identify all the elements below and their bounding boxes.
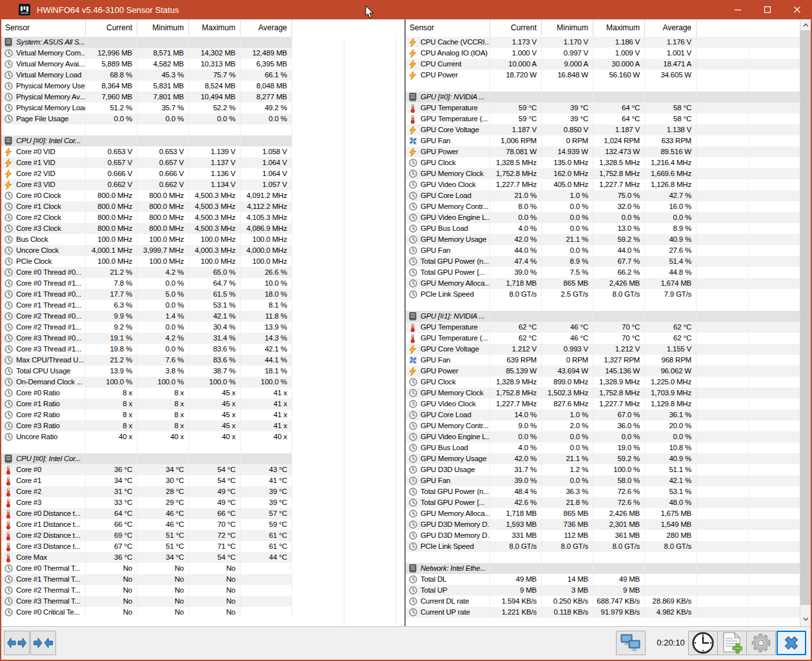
sensor-row[interactable]: Core #0 Clock800.0 MHz800.0 MHz4,500.3 M…	[1, 190, 292, 201]
sensor-row[interactable]: Core #1 Thread #1...6.3 %0.0 %53.1 %8.1 …	[1, 300, 292, 311]
sensor-row[interactable]: Core #2 Thread #0...9.9 %1.4 %42.1 %11.8…	[1, 311, 292, 322]
sensor-row[interactable]: Max CPU/Thread U...21.2 %7.6 %83.6 %44.1…	[1, 355, 292, 366]
column-header-maximum[interactable]: Maximum	[189, 19, 241, 37]
section-header-row[interactable]: GPU [#1]: NVIDIA ...	[406, 311, 800, 322]
sensor-row[interactable]: Page File Usage0.0 %0.0 %0.0 %0.0 %	[1, 113, 292, 124]
sensor-row[interactable]: Core #3 Thread #1...19.8 %0.0 %83.6 %42.…	[1, 344, 292, 355]
sensor-row[interactable]: Core #036 °C34 °C54 °C43 °C	[1, 464, 292, 475]
sensor-row[interactable]: GPU Core Load14.0 %1.0 %67.0 %36.1 %	[406, 409, 800, 420]
sensor-row[interactable]: Core #0 Thermal T...NoNoNo	[1, 563, 292, 574]
sensor-row[interactable]: Core #3 Thread #0...19.1 %4.2 %31.4 %14.…	[1, 333, 292, 344]
sensor-row[interactable]: Core #0 Ratio8 x8 x45 x41 x	[1, 388, 292, 399]
sensor-row[interactable]: GPU Clock1,328.9 MHz899.0 MHz1,328.9 MHz…	[406, 377, 800, 388]
sensor-row[interactable]: Core #2 Distance t...69 °C51 °C72 °C61 °…	[1, 530, 292, 541]
sensor-row[interactable]: GPU Bus Load4.0 %0.0 %19.0 %10.8 %	[406, 442, 800, 453]
sensor-row[interactable]: Core #1 Distance t...66 °C46 °C70 °C59 °…	[1, 519, 292, 530]
sensor-row[interactable]: Total GPU Power [...42.6 %21.8 %72.6 %48…	[406, 497, 800, 508]
sensor-row[interactable]: Total GPU Power [...39.0 %7.5 %66.2 %44.…	[406, 267, 800, 278]
sensor-row[interactable]: Core #2 Thread #1...9.2 %0.0 %30.4 %13.9…	[1, 322, 292, 333]
sensor-row[interactable]: GPU Memory Alloca...1,718 MB865 MB2,426 …	[406, 508, 800, 519]
sensor-row[interactable]: Core #231 °C28 °C49 °C39 °C	[1, 486, 292, 497]
sensor-row[interactable]: GPU Video Clock1,227.7 MHz827.6 MHz1,227…	[406, 399, 800, 409]
maximize-button[interactable]	[753, 0, 782, 19]
sensor-row[interactable]: Physical Memory Load51.2 %35.7 %52.2 %49…	[1, 103, 292, 113]
minimize-button[interactable]	[723, 0, 753, 19]
scroll-down-arrow[interactable]	[800, 613, 811, 624]
sensor-row[interactable]: GPU Memory Contr...8.0 %0.0 %32.0 %16.0 …	[406, 201, 800, 212]
sensor-row[interactable]: GPU Video Clock1,227.7 MHz405.0 MHz1,227…	[406, 179, 800, 190]
sensor-row[interactable]: Physical Memory Used8,364 MB5,831 MB8,52…	[1, 81, 292, 92]
section-header-row[interactable]: System: ASUS All S...	[1, 37, 292, 48]
expand-columns-button[interactable]	[4, 631, 30, 655]
sensor-row[interactable]: GPU Core Voltage1.187 V0.850 V1.187 V1.1…	[406, 124, 800, 135]
sensor-row[interactable]: CPU Power18.720 W16.848 W56.160 W34.605 …	[406, 70, 800, 81]
sensor-row[interactable]: Core #3 VID0.662 V0.662 V1.134 V1.057 V	[1, 179, 292, 190]
sensor-row[interactable]: Bus Clock100.0 MHz100.0 MHz100.0 MHz100.…	[1, 234, 292, 245]
sensor-row[interactable]: Total DL49 MB14 MB49 MB	[406, 574, 800, 585]
report-button[interactable]	[717, 631, 747, 655]
sensor-row[interactable]: Total GPU Power (n...48.4 %36.3 %72.6 %5…	[406, 486, 800, 497]
sensor-row[interactable]: GPU Memory Contr...9.0 %2.0 %36.0 %20.0 …	[406, 420, 800, 431]
panel-divider[interactable]	[404, 19, 406, 626]
column-header-average[interactable]: Average	[241, 19, 292, 37]
sensor-row[interactable]: GPU Memory Clock1,752.8 MHz1,502.3 MHz1,…	[406, 388, 800, 399]
scrollbar-thumb[interactable]	[800, 30, 811, 605]
sensor-row[interactable]: Virtual Memory Avai...5,889 MB4,582 MB10…	[1, 59, 292, 70]
section-header-row[interactable]: CPU [#0]: Intel Cor...	[1, 453, 292, 464]
sensor-row[interactable]: Current UP rate1.221 KB/s0.118 KB/s91.97…	[406, 607, 800, 618]
close-sensors-button[interactable]	[777, 631, 806, 655]
sensor-row[interactable]: GPU Temperature (...62 °C46 °C70 °C62 °C	[406, 333, 800, 344]
sensor-row[interactable]: GPU Fan44.0 %0.0 %44.0 %27.6 %	[406, 245, 800, 256]
sensor-row[interactable]: PCIe Link Speed8.0 GT/s8.0 GT/s8.0 GT/s8…	[406, 541, 800, 552]
section-header-row[interactable]: Network: Intel Ethe...	[406, 563, 800, 574]
sensor-row[interactable]: GPU Core Load21.0 %1.0 %75.0 %42.7 %	[406, 190, 800, 201]
sensor-row[interactable]: GPU Power85.139 W43.694 W145.136 W96.062…	[406, 366, 800, 377]
sensor-row[interactable]: Total GPU Power (n...47.4 %8.9 %67.7 %51…	[406, 256, 800, 267]
close-window-button[interactable]	[782, 0, 812, 19]
sensor-row[interactable]: Core #1 Clock800.0 MHz800.0 MHz4,500.3 M…	[1, 201, 292, 212]
sensor-row[interactable]: GPU Fan639 RPM0 RPM1,327 RPM968 RPM	[406, 355, 800, 366]
sensor-row[interactable]: GPU Video Engine L...0.0 %0.0 %0.0 %0.0 …	[406, 212, 800, 223]
sensor-row[interactable]: GPU D3D Memory D...1,593 MB736 MB2,301 M…	[406, 519, 800, 530]
sensor-row[interactable]: Core #0 Thread #1...7.8 %0.0 %64.7 %10.0…	[1, 278, 292, 289]
sensor-row[interactable]: GPU Core Voltage1.212 V0.993 V1.212 V1.1…	[406, 344, 800, 355]
sensor-row[interactable]: Core #0 Critical Te...NoNoNo	[1, 607, 292, 618]
sensor-row[interactable]: On-Demand Clock ...100.0 %100.0 %100.0 %…	[1, 377, 292, 388]
sensor-row[interactable]: GPU Video Engine L...0.0 %0.0 %0.0 %0.0 …	[406, 431, 800, 442]
sensor-row[interactable]: GPU Power78.081 W14.939 W132.473 W89.516…	[406, 146, 800, 157]
collapse-columns-button[interactable]	[30, 631, 56, 655]
sensor-row[interactable]: Current DL rate1.594 KB/s0.250 KB/s688.7…	[406, 596, 800, 607]
column-header-current[interactable]: Current	[86, 19, 137, 37]
sensor-row[interactable]: CPU Cache (VCCRI...1.173 V1.170 V1.186 V…	[406, 37, 800, 48]
sensor-row[interactable]: Total CPU Usage13.9 %3.8 %38.7 %18.1 %	[1, 366, 292, 377]
sensor-row[interactable]: PCIe Clock100.0 MHz100.0 MHz100.0 MHz100…	[1, 256, 292, 267]
sensor-row[interactable]: Total UP9 MB3 MB9 MB	[406, 585, 800, 596]
sensor-row[interactable]: Core #134 °C30 °C54 °C41 °C	[1, 475, 292, 486]
sensor-row[interactable]: GPU D3D Usage31.7 %1.2 %100.0 %51.1 %	[406, 464, 800, 475]
sensor-row[interactable]: Core #2 Ratio8 x8 x45 x41 x	[1, 409, 292, 420]
sensor-row[interactable]: Core #3 Ratio8 x8 x45 x41 x	[1, 420, 292, 431]
sensor-row[interactable]: Core #1 VID0.657 V0.657 V1.137 V1.064 V	[1, 157, 292, 168]
sensor-row[interactable]: Core #1 Ratio8 x8 x45 x41 x	[1, 399, 292, 409]
sensor-row[interactable]: GPU Fan1,006 RPM0 RPM1,024 RPM633 RPM	[406, 135, 800, 146]
vertical-scrollbar[interactable]	[800, 19, 811, 626]
sensor-row[interactable]: CPU Analog IO (IOA)1.000 V0.997 V1.009 V…	[406, 48, 800, 59]
sensor-row[interactable]: GPU Bus Load4.0 %0.0 %13.0 %8.9 %	[406, 223, 800, 234]
sensor-row[interactable]: GPU Memory Clock1,752.8 MHz162.0 MHz1,75…	[406, 168, 800, 179]
titlebar[interactable]: HWiNFO64 v5.46-3100 Sensor Status	[0, 0, 812, 19]
sensor-row[interactable]: GPU Fan39.0 %0.0 %58.0 %42.1 %	[406, 475, 800, 486]
clock-button[interactable]	[688, 631, 718, 655]
sensor-row[interactable]: GPU Temperature (...59 °C39 °C64 °C58 °C	[406, 113, 800, 124]
sensor-row[interactable]: Uncore Clock4,000.1 MHz3,999.7 MHz4,000.…	[1, 245, 292, 256]
sensor-row[interactable]: Core #0 Distance t...64 °C46 °C66 °C57 °…	[1, 508, 292, 519]
sensor-row[interactable]: Core #3 Distance t...67 °C51 °C71 °C61 °…	[1, 541, 292, 552]
sensor-row[interactable]: GPU D3D Memory D...331 MB112 MB361 MB280…	[406, 530, 800, 541]
scroll-up-arrow[interactable]	[800, 19, 811, 30]
sensor-row[interactable]: CPU Current10.000 A9.000 A30.000 A18.471…	[406, 59, 800, 70]
remote-monitoring-button[interactable]	[616, 631, 646, 655]
sensor-row[interactable]: Core Max36 °C34 °C54 °C44 °C	[1, 552, 292, 563]
section-header-row[interactable]: CPU [#0]: Intel Cor...	[1, 135, 292, 146]
sensor-row[interactable]: Core #2 Thermal T...NoNoNo	[1, 585, 292, 596]
sensor-row[interactable]: GPU Memory Alloca...1,718 MB865 MB2,426 …	[406, 278, 800, 289]
sensor-row[interactable]: Core #0 VID0.653 V0.653 V1.139 V1.058 V	[1, 146, 292, 157]
